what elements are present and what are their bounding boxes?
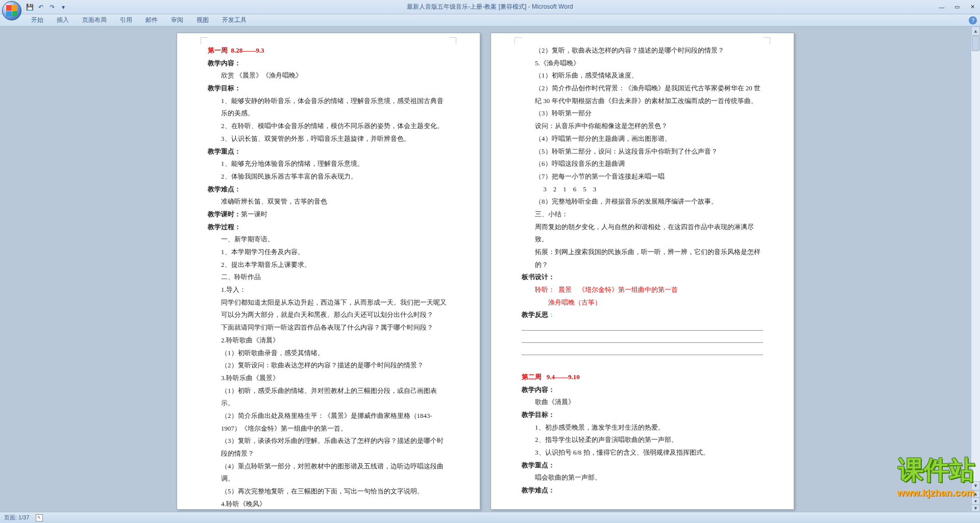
body-text: （7）把每一小节的第一个音连接起来唱一唱 xyxy=(522,170,763,183)
body-text: （1）初听，感受乐曲的情绪。并对照教材上的三幅图分段，或自己画图表示。 xyxy=(208,385,449,410)
scroll-up-button[interactable]: ▲ xyxy=(971,27,980,36)
page-1[interactable]: 第一周 8.28——9.3 教学内容： 欣赏 《晨景》《渔舟唱晚》 教学目标： … xyxy=(177,33,480,510)
help-icon[interactable]: ? xyxy=(969,16,977,24)
redo-button[interactable]: ↷ xyxy=(47,2,57,12)
minimize-button[interactable]: — xyxy=(934,2,949,12)
maximize-button[interactable]: ▭ xyxy=(949,2,965,12)
margin-corner-icon xyxy=(514,37,522,44)
status-bar: 页面: 1/37 ✎ xyxy=(0,512,980,523)
body-text: （2）复听，歌曲表达怎样的内容？描述的是哪个时间段的情景？ xyxy=(522,44,763,57)
pages-container: 第一周 8.28——9.3 教学内容： 欣赏 《晨景》《渔舟唱晚》 教学目标： … xyxy=(0,27,971,512)
body-text: 同学们都知道太阳是从东边升起，西边落下，从而形成一天。我们把一天呢又可以分为两大… xyxy=(208,296,449,321)
body-text: （5）聆听第二部分，设问：从这段音乐中你听到了什么声音？ xyxy=(522,145,763,158)
undo-button[interactable]: ↶ xyxy=(36,2,46,12)
week2-heading: 第二周 9.4——9.10 xyxy=(522,373,580,381)
body-text: （6）哼唱这段音乐的主题曲调 xyxy=(522,158,763,170)
margin-corner-icon xyxy=(763,37,770,44)
body-text: 周而复始的朝夕变化，人与自然的和谐相处，在这四首作品中表现的淋漓尽致。 xyxy=(522,221,763,246)
reflection-line xyxy=(522,321,763,331)
body-text: 唱会歌曲的第一声部。 xyxy=(522,471,763,484)
close-button[interactable]: ✕ xyxy=(965,2,980,12)
quick-access-toolbar: 💾 ↶ ↷ ▾ xyxy=(24,2,68,12)
window-controls: — ▭ ✕ xyxy=(934,2,980,12)
body-text: 设问：从音乐声中你能相像这是怎样的景色？ xyxy=(522,120,763,133)
tab-layout[interactable]: 页面布局 xyxy=(76,13,113,26)
body-text: 3、认识长笛、双簧管的外形，哼唱音乐主题旋律，并听辨音色。 xyxy=(208,133,449,145)
scroll-thumb[interactable] xyxy=(972,36,979,51)
save-button[interactable]: 💾 xyxy=(24,2,35,12)
tab-home[interactable]: 开始 xyxy=(24,13,50,26)
body-text: 3 2 1 6 5 3 xyxy=(522,183,763,196)
body-text: 4.聆听《晚风》 xyxy=(208,498,449,511)
body-text: （5）再次完整地复听，在三幅图的下面，写出一句恰当的文字说明。 xyxy=(208,485,449,498)
tab-references[interactable]: 引用 xyxy=(113,13,139,26)
margin-corner-icon xyxy=(201,37,208,44)
body-text: 3.聆听乐曲《晨景》 xyxy=(208,372,449,385)
body-text: 1、初步感受晚景，激发学生对生活的热爱。 xyxy=(522,421,763,434)
body-text: 三、小结： xyxy=(522,208,763,221)
status-icon[interactable]: ✎ xyxy=(36,514,43,521)
body-text: （3）聆听第一部分 xyxy=(522,107,763,120)
body-text: 第一课时 xyxy=(241,210,267,218)
scroll-down-button[interactable]: ▼ xyxy=(971,481,980,490)
body-text: 欣赏 《晨景》《渔舟唱晚》 xyxy=(208,69,449,82)
section-heading: 教学目标： xyxy=(208,82,449,95)
section-heading: 教学过程： xyxy=(208,221,449,234)
page-2[interactable]: （2）复听，歌曲表达怎样的内容？描述的是哪个时间段的情景？ 5.《渔舟唱晚》 （… xyxy=(491,33,794,510)
vertical-scrollbar[interactable]: ▲ ▼ ▲ ● ▼ xyxy=(971,27,980,512)
browse-object-button[interactable]: ● xyxy=(971,497,980,505)
body-text: （2）简介作品创作时代背景：《渔舟唱晚》是我国近代古筝家娄树华在 20 世纪 3… xyxy=(522,82,763,107)
window-title: 最新人音版五年级音乐-上册-教案 [兼容模式] - Microsoft Word xyxy=(407,3,573,11)
title-bar: 💾 ↶ ↷ ▾ 最新人音版五年级音乐-上册-教案 [兼容模式] - Micros… xyxy=(0,0,980,14)
body-text: 2、在聆听、模唱中体会音乐的情绪，模仿不同乐器的姿势，体会主题变化。 xyxy=(208,120,449,133)
prev-page-button[interactable]: ▲ xyxy=(971,490,980,497)
section-heading: 教学课时： xyxy=(208,210,241,218)
tab-review[interactable]: 审阅 xyxy=(164,13,190,26)
body-text: 2、指导学生以轻柔的声音演唱歌曲的第一声部。 xyxy=(522,434,763,446)
page-indicator[interactable]: 页面: 1/37 xyxy=(4,514,30,521)
office-button[interactable] xyxy=(2,1,21,20)
section-heading: 教学内容： xyxy=(208,57,449,70)
qat-more-button[interactable]: ▾ xyxy=(58,2,68,12)
section-heading: 教学内容： xyxy=(522,384,763,396)
section-heading: 教学反思 xyxy=(522,311,548,318)
body-text: 5.《渔舟唱晚》 xyxy=(522,57,763,70)
body-text: 1、能够安静的聆听音乐，体会音乐的情绪，理解音乐意境，感受祖国古典音乐的美感。 xyxy=(208,95,449,120)
scroll-track[interactable] xyxy=(971,36,980,481)
body-text: （4）哼唱第一部分的主题曲调，画出图形谱。 xyxy=(522,133,763,145)
board-design-text: 渔舟唱晚（古筝） xyxy=(522,296,763,309)
section-heading: 教学难点： xyxy=(208,183,449,196)
week1-heading: 第一周 8.28——9.3 xyxy=(208,46,264,54)
body-text: 拓展：到网上搜索我国的民族乐曲，听一听，辨一辨，它们的音乐风格是怎样的？ xyxy=(522,246,763,271)
body-text: （2）复听设问：歌曲表达怎样的内容？描述的是哪个时间段的情景？ xyxy=(208,359,449,372)
body-text: 2、体验我国民族乐器古筝丰富的音乐表现力。 xyxy=(208,170,449,183)
body-text: 下面就请同学们听一听这四首作品各表现了什么内容？属于哪个时间段？ xyxy=(208,321,449,334)
body-text: （1）初听歌曲录音，感受其情绪。 xyxy=(208,347,449,360)
margin-corner-icon xyxy=(449,37,456,44)
body-text: （1）初听乐曲，感受情绪及速度。 xyxy=(522,69,763,82)
body-text: 2.聆听歌曲《清晨》 xyxy=(208,334,449,347)
next-page-button[interactable]: ▼ xyxy=(971,505,980,512)
document-workspace: 第一周 8.28——9.3 教学内容： 欣赏 《晨景》《渔舟唱晚》 教学目标： … xyxy=(0,27,980,512)
body-text: 准确听辨长笛、双簧管，古筝的音色 xyxy=(208,195,449,208)
tab-insert[interactable]: 插入 xyxy=(50,13,76,26)
body-text: 2、提出本学期音乐上课要求。 xyxy=(208,259,449,271)
section-heading: 教学重点： xyxy=(522,459,763,472)
reflection-line xyxy=(522,334,763,343)
body-text: 一、新学期寄语。 xyxy=(208,233,449,246)
section-heading: 教学目标： xyxy=(522,409,763,421)
body-text: 歌曲《清晨》 xyxy=(522,396,763,409)
body-text: （2）简介乐曲出处及格里格生平：《晨景》是挪威作曲家格里格（1843-1907）… xyxy=(208,410,449,435)
ribbon-tabs: 开始 插入 页面布局 引用 邮件 审阅 视图 开发工具 ? xyxy=(0,14,980,27)
board-design-text: 聆听： 晨景 《培尔金特》第一组曲中的第一首 xyxy=(522,284,763,296)
section-heading: 教学重点： xyxy=(208,145,449,158)
tab-developer[interactable]: 开发工具 xyxy=(215,13,253,26)
body-text: （3）复听，谈谈你对乐曲的理解。乐曲表达了怎样的内容？描述的是哪个时段的情景？ xyxy=(208,435,449,460)
body-text: （8）完整地聆听全曲，并根据音乐的发展顺序编讲一个故事。 xyxy=(522,195,763,208)
body-text: 3、认识拍号 6/8 拍，懂得它的含义、强弱规律及指挥图式。 xyxy=(522,446,763,459)
reflection-colon: ： xyxy=(548,311,555,318)
tab-mailings[interactable]: 邮件 xyxy=(139,13,164,26)
body-text: 二、聆听作品 xyxy=(208,271,449,284)
tab-view[interactable]: 视图 xyxy=(190,13,215,26)
body-text: 1、能够充分地体验音乐的情绪，理解音乐意境。 xyxy=(208,158,449,170)
